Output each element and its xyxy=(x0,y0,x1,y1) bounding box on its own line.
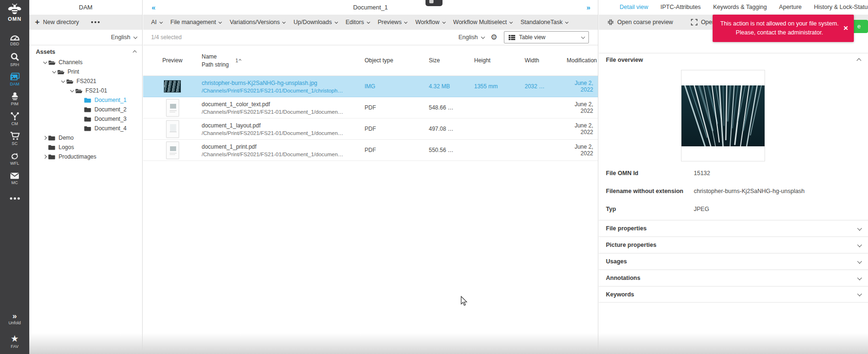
tree-node-logos[interactable]: Logos xyxy=(29,143,142,152)
file-table: christopher-burns-Kj2SaNHG-hg-unsplash.j… xyxy=(143,76,598,161)
omn-logo[interactable]: OMN xyxy=(0,3,29,22)
tree-node-productimages[interactable]: Productimages xyxy=(29,152,142,161)
menu-standalonetask[interactable]: StandaloneTask xyxy=(520,19,568,25)
column-height[interactable]: Height xyxy=(474,57,525,64)
tree-node-label: Document_2 xyxy=(94,106,127,113)
table-row[interactable]: document_1_layout.pdf /Channels/Print/FS… xyxy=(143,118,598,140)
sidebar-item-dbd[interactable]: DBD xyxy=(0,30,29,50)
collapse-right-icon[interactable]: » xyxy=(587,3,590,11)
column-modification[interactable]: Modification xyxy=(567,57,602,64)
sidebar-unfold-button[interactable]: » Unfold xyxy=(0,308,29,330)
menu-workflow-multiselect[interactable]: Workflow Multiselect xyxy=(453,19,512,25)
tab-history-lock-status[interactable]: History & Lock-Status xyxy=(814,4,868,10)
sidebar-item-cm[interactable]: CM xyxy=(0,109,29,129)
chevron-down-icon xyxy=(510,20,513,24)
tree-toolbar: + New directory xyxy=(29,15,142,30)
image-thumbnail xyxy=(164,80,181,93)
accordion-keywords[interactable]: Keywords xyxy=(599,286,868,303)
menu-label: Editors xyxy=(346,19,364,25)
chevron-right-icon[interactable] xyxy=(43,136,46,140)
file-preview[interactable] xyxy=(681,70,765,161)
accordion-file-properties[interactable]: File properties xyxy=(599,220,868,236)
menu-label: StandaloneTask xyxy=(520,19,562,25)
tree-node-label: Document_4 xyxy=(94,125,127,132)
tab-aperture[interactable]: Aperture xyxy=(779,4,802,10)
new-directory-button[interactable]: + New directory xyxy=(35,19,79,25)
tree-node-fs2021[interactable]: FS2021 xyxy=(29,76,142,86)
tab-iptc-attributes[interactable]: IPTC-Attributes xyxy=(660,4,700,10)
person-icon xyxy=(10,92,19,101)
menu-up-downloads[interactable]: Up/Downloads xyxy=(293,19,337,25)
content-panel: « Document_1 » AI File management Variat… xyxy=(143,0,598,354)
column-width[interactable]: Width xyxy=(525,57,567,64)
menu-ai[interactable]: AI xyxy=(151,19,162,25)
accordion-annotations[interactable]: Annotations xyxy=(599,270,868,286)
chevron-down-icon xyxy=(159,20,162,24)
open-coarse-preview-label: Open coarse preview xyxy=(617,19,673,25)
accordion-usages[interactable]: Usages xyxy=(599,253,868,270)
chevron-down-icon xyxy=(565,20,569,24)
menu-previews[interactable]: Previews xyxy=(378,19,407,25)
assets-header[interactable]: Assets xyxy=(29,46,142,58)
sidebar-item-dam[interactable]: DAM xyxy=(0,69,29,89)
close-icon[interactable]: × xyxy=(843,25,848,32)
table-row[interactable]: christopher-burns-Kj2SaNHG-hg-unsplash.j… xyxy=(143,76,598,97)
table-row[interactable]: document_1_color_text.pdf /Channels/Prin… xyxy=(143,97,598,118)
menu-file-management[interactable]: File management xyxy=(170,19,221,25)
detail-panel: Detail view IPTC-Attributes Keywords & T… xyxy=(599,0,868,354)
floating-clipboard-icon[interactable] xyxy=(425,0,443,6)
accordion-picture-properties[interactable]: Picture properties xyxy=(599,236,868,253)
chevron-right-icon[interactable] xyxy=(43,155,46,159)
sidebar-item-wfl[interactable]: WFL xyxy=(0,149,29,169)
tree-node-fs21-01[interactable]: FS21-01 xyxy=(29,86,142,95)
column-size[interactable]: Size xyxy=(429,57,474,64)
content-language-select[interactable]: English xyxy=(459,34,484,41)
sidebar-item-srh[interactable]: SRH xyxy=(0,50,29,69)
chevron-down-icon[interactable] xyxy=(70,88,74,92)
menu-workflow[interactable]: Workflow xyxy=(415,19,444,25)
sidebar-item-sc[interactable]: SC xyxy=(0,129,29,149)
view-mode-select[interactable]: Table view xyxy=(504,31,589,43)
chevron-down-icon xyxy=(133,35,137,39)
chevron-down-icon[interactable] xyxy=(61,79,65,83)
gear-icon[interactable]: ⚙ xyxy=(491,34,497,41)
open-coarse-preview-button[interactable]: Open coarse preview xyxy=(607,19,673,25)
tree-node-document-2[interactable]: Document_2 xyxy=(29,105,142,114)
tree-node-demo[interactable]: Demo xyxy=(29,133,142,143)
tree-more-button[interactable] xyxy=(91,21,100,23)
tree-node-channels[interactable]: Channels xyxy=(29,58,142,67)
tree-node-document-3[interactable]: Document_3 xyxy=(29,114,142,124)
chevron-down-icon[interactable] xyxy=(43,60,47,64)
folder-icon xyxy=(84,107,92,112)
table-row[interactable]: document_1_print.pdf /Channels/Print/FS2… xyxy=(143,140,598,161)
column-name-path[interactable]: Name Path string 1 xyxy=(202,53,365,68)
menu-editors[interactable]: Editors xyxy=(346,19,369,25)
sort-order: 1 xyxy=(235,58,238,63)
column-object-type[interactable]: Object type xyxy=(365,57,429,64)
sidebar-fav-button[interactable]: ★ FAV xyxy=(0,330,29,353)
tab-keywords-tagging[interactable]: Keywords & Tagging xyxy=(713,4,767,10)
chevron-down-icon xyxy=(219,20,222,24)
cell-modification: June 2, 2022 xyxy=(567,80,598,93)
tree-node-label: Channels xyxy=(59,59,83,66)
folder-icon xyxy=(48,144,56,150)
sidebar-item-pim[interactable]: PIM xyxy=(0,89,29,109)
sidebar-item-label: MC xyxy=(11,180,18,185)
sidebar-item-mc[interactable]: MC xyxy=(0,169,29,188)
menu-label: Up/Downloads xyxy=(293,19,332,25)
mail-icon xyxy=(10,172,19,179)
column-preview[interactable]: Preview xyxy=(143,57,202,64)
tree-node-print[interactable]: Print xyxy=(29,67,142,76)
tree-node-document-1[interactable]: Document_1 xyxy=(29,95,142,105)
file-name: document_1_print.pdf xyxy=(202,143,365,150)
menu-label: Workflow Multiselect xyxy=(453,19,507,25)
tab-detail-view[interactable]: Detail view xyxy=(620,4,648,10)
tree-language-select[interactable]: English xyxy=(29,30,142,45)
accordion-label: Usages xyxy=(606,258,627,265)
sidebar-more-button[interactable] xyxy=(0,188,29,208)
tree-node-document-4[interactable]: Document_4 xyxy=(29,124,142,133)
menu-variations-versions[interactable]: Variations/Versions xyxy=(230,19,285,25)
chevron-down-icon[interactable] xyxy=(52,69,56,73)
file-overview-section[interactable]: File overview xyxy=(599,53,868,67)
sort-indicator[interactable]: 1 xyxy=(235,58,241,63)
